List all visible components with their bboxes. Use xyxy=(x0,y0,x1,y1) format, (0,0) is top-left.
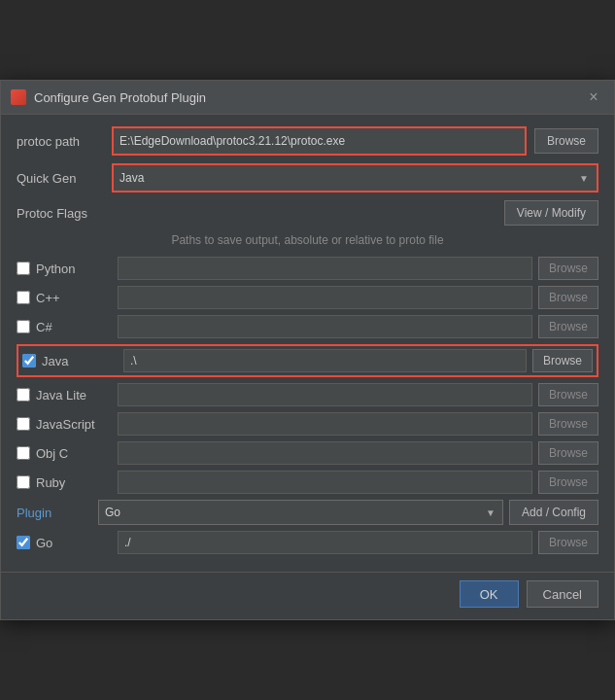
cpp-input[interactable] xyxy=(118,286,532,309)
cpp-row: C++ Browse xyxy=(17,286,598,309)
add-config-button[interactable]: Add / Config xyxy=(509,500,598,525)
plugin-label: Plugin xyxy=(17,506,92,520)
javascript-checkbox[interactable] xyxy=(17,417,30,431)
quick-gen-label: Quick Gen xyxy=(17,171,104,186)
go-label: Go xyxy=(36,536,112,550)
plugin-row: Plugin Go gRPC-Java gRPC-Python ▼ Add / … xyxy=(17,500,598,525)
app-icon xyxy=(11,89,26,105)
objc-checkbox[interactable] xyxy=(17,446,30,460)
ruby-row: Ruby Browse xyxy=(17,471,598,494)
java-lite-browse-button[interactable]: Browse xyxy=(538,383,598,406)
ruby-input[interactable] xyxy=(118,471,532,494)
protoc-flags-row: Protoc Flags View / Modify xyxy=(17,200,598,226)
java-label: Java xyxy=(42,354,118,368)
go-browse-button[interactable]: Browse xyxy=(538,531,598,554)
ruby-browse-button[interactable]: Browse xyxy=(538,471,598,494)
javascript-browse-button[interactable]: Browse xyxy=(538,412,598,436)
paths-info: Paths to save output, absolute or relati… xyxy=(17,233,598,247)
javascript-label: JavaScript xyxy=(36,417,112,432)
quick-gen-row: Quick Gen Java Python Go C++ C# ▼ xyxy=(17,163,598,192)
protoc-path-input[interactable] xyxy=(114,128,525,154)
view-modify-button[interactable]: View / Modify xyxy=(504,200,598,226)
dialog-content: protoc path Browse Quick Gen Java Python… xyxy=(1,115,614,572)
cancel-button[interactable]: Cancel xyxy=(527,580,598,608)
protoc-path-row: protoc path Browse xyxy=(17,126,598,156)
objc-label: Obj C xyxy=(36,446,112,461)
objc-browse-button[interactable]: Browse xyxy=(538,441,598,465)
java-lite-checkbox[interactable] xyxy=(17,388,30,402)
title-bar: Configure Gen Protobuf Plugin × xyxy=(1,81,614,115)
python-input[interactable] xyxy=(118,257,532,280)
python-row: Python Browse xyxy=(17,257,598,280)
go-checkbox[interactable] xyxy=(17,536,30,549)
csharp-checkbox[interactable] xyxy=(17,320,30,333)
quick-gen-select-container: Java Python Go C++ C# ▼ xyxy=(114,165,597,191)
java-row-highlighted: Java Browse xyxy=(17,344,598,377)
protoc-path-browse-button[interactable]: Browse xyxy=(534,128,598,154)
go-input[interactable] xyxy=(118,531,532,554)
csharp-label: C# xyxy=(36,320,112,334)
dialog: Configure Gen Protobuf Plugin × protoc p… xyxy=(0,80,615,620)
ok-button[interactable]: OK xyxy=(460,580,519,608)
java-input[interactable] xyxy=(123,349,527,372)
python-label: Python xyxy=(36,262,112,276)
python-browse-button[interactable]: Browse xyxy=(538,257,598,280)
java-checkbox[interactable] xyxy=(22,354,36,368)
go-row: Go Browse xyxy=(17,531,598,554)
java-lite-label: Java Lite xyxy=(36,388,112,402)
csharp-browse-button[interactable]: Browse xyxy=(538,315,598,338)
csharp-row: C# Browse xyxy=(17,315,598,338)
protoc-path-label: protoc path xyxy=(17,134,104,149)
objc-input[interactable] xyxy=(118,441,532,465)
protoc-flags-label: Protoc Flags xyxy=(17,202,504,221)
java-row: Java Browse xyxy=(22,349,593,372)
csharp-input[interactable] xyxy=(118,315,532,338)
close-button[interactable]: × xyxy=(583,87,604,108)
cpp-checkbox[interactable] xyxy=(17,291,30,304)
plugin-select[interactable]: Go gRPC-Java gRPC-Python xyxy=(98,500,503,525)
cpp-label: C++ xyxy=(36,291,112,305)
javascript-row: JavaScript Browse xyxy=(17,412,598,436)
objc-row: Obj C Browse xyxy=(17,441,598,465)
quick-gen-select-wrap: Java Python Go C++ C# ▼ xyxy=(112,163,598,192)
cpp-browse-button[interactable]: Browse xyxy=(538,286,598,309)
protoc-path-input-wrap xyxy=(112,126,527,156)
ruby-label: Ruby xyxy=(36,475,112,490)
java-browse-button[interactable]: Browse xyxy=(532,349,593,372)
quick-gen-select[interactable]: Java Python Go C++ C# xyxy=(114,165,597,191)
dialog-title: Configure Gen Protobuf Plugin xyxy=(34,90,575,105)
ruby-checkbox[interactable] xyxy=(17,475,30,489)
java-lite-row: Java Lite Browse xyxy=(17,383,598,406)
python-checkbox[interactable] xyxy=(17,262,30,275)
javascript-input[interactable] xyxy=(118,412,532,436)
java-lite-input[interactable] xyxy=(118,383,532,406)
dialog-footer: OK Cancel xyxy=(1,572,614,619)
plugin-select-container: Go gRPC-Java gRPC-Python ▼ xyxy=(98,500,503,525)
